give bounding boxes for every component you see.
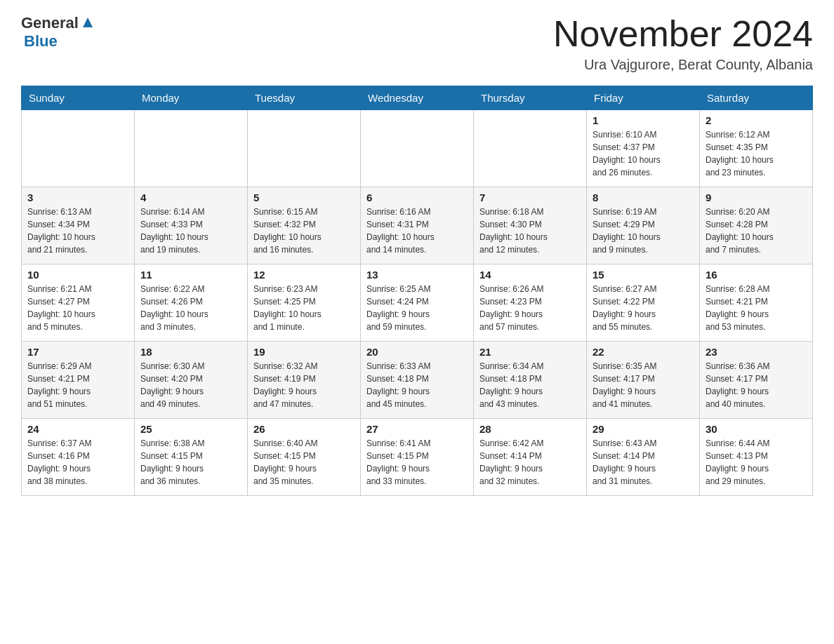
calendar-cell: 15Sunrise: 6:27 AMSunset: 4:22 PMDayligh… [587,264,700,342]
day-number: 28 [479,423,581,435]
calendar-cell: 21Sunrise: 6:34 AMSunset: 4:18 PMDayligh… [474,342,587,419]
weekday-header-friday: Friday [587,86,700,110]
calendar-cell [135,110,248,187]
calendar-cell: 13Sunrise: 6:25 AMSunset: 4:24 PMDayligh… [361,264,474,342]
day-info: Sunrise: 6:35 AMSunset: 4:17 PMDaylight:… [593,360,694,410]
location-title: Ura Vajgurore, Berat County, Albania [553,57,813,73]
calendar-cell: 6Sunrise: 6:16 AMSunset: 4:31 PMDaylight… [361,187,474,264]
day-info: Sunrise: 6:38 AMSunset: 4:15 PMDaylight:… [140,437,241,488]
calendar-table: SundayMondayTuesdayWednesdayThursdayFrid… [21,86,813,496]
day-info: Sunrise: 6:21 AMSunset: 4:27 PMDaylight:… [27,283,128,333]
day-info: Sunrise: 6:37 AMSunset: 4:16 PMDaylight:… [27,437,128,488]
weekday-header-saturday: Saturday [700,86,813,110]
calendar-cell: 22Sunrise: 6:35 AMSunset: 4:17 PMDayligh… [587,342,700,419]
day-number: 13 [366,269,468,281]
calendar-cell: 23Sunrise: 6:36 AMSunset: 4:17 PMDayligh… [700,342,813,419]
day-number: 15 [593,269,694,281]
day-number: 27 [366,423,468,435]
day-number: 8 [593,192,694,203]
calendar-cell: 24Sunrise: 6:37 AMSunset: 4:16 PMDayligh… [22,419,135,496]
calendar-cell: 4Sunrise: 6:14 AMSunset: 4:33 PMDaylight… [135,187,248,264]
calendar-cell: 10Sunrise: 6:21 AMSunset: 4:27 PMDayligh… [22,264,135,342]
day-info: Sunrise: 6:22 AMSunset: 4:26 PMDaylight:… [140,283,241,333]
day-info: Sunrise: 6:42 AMSunset: 4:14 PMDaylight:… [479,437,581,488]
day-info: Sunrise: 6:44 AMSunset: 4:13 PMDaylight:… [706,437,807,488]
calendar-cell: 7Sunrise: 6:18 AMSunset: 4:30 PMDaylight… [474,187,587,264]
calendar-cell: 1Sunrise: 6:10 AMSunset: 4:37 PMDaylight… [587,110,700,187]
day-number: 4 [140,192,241,203]
weekday-header-thursday: Thursday [474,86,587,110]
day-info: Sunrise: 6:19 AMSunset: 4:29 PMDaylight:… [593,206,694,256]
logo-triangle-icon [80,15,95,30]
calendar-cell: 12Sunrise: 6:23 AMSunset: 4:25 PMDayligh… [248,264,361,342]
day-number: 11 [140,269,241,281]
calendar-cell [248,110,361,187]
calendar-week-row: 3Sunrise: 6:13 AMSunset: 4:34 PMDaylight… [22,187,813,264]
day-number: 7 [479,192,581,203]
weekday-header-row: SundayMondayTuesdayWednesdayThursdayFrid… [22,86,813,110]
day-info: Sunrise: 6:32 AMSunset: 4:19 PMDaylight:… [253,360,355,410]
calendar-week-row: 24Sunrise: 6:37 AMSunset: 4:16 PMDayligh… [22,419,813,496]
weekday-header-wednesday: Wednesday [361,86,474,110]
day-info: Sunrise: 6:43 AMSunset: 4:14 PMDaylight:… [593,437,694,488]
day-info: Sunrise: 6:36 AMSunset: 4:17 PMDaylight:… [706,360,807,410]
day-number: 23 [706,346,807,358]
logo-blue-text: Blue [24,32,58,50]
day-number: 26 [253,423,355,435]
calendar-cell: 16Sunrise: 6:28 AMSunset: 4:21 PMDayligh… [700,264,813,342]
day-info: Sunrise: 6:16 AMSunset: 4:31 PMDaylight:… [366,206,468,256]
day-number: 20 [366,346,468,358]
calendar-week-row: 10Sunrise: 6:21 AMSunset: 4:27 PMDayligh… [22,264,813,342]
calendar-cell: 30Sunrise: 6:44 AMSunset: 4:13 PMDayligh… [700,419,813,496]
day-info: Sunrise: 6:27 AMSunset: 4:22 PMDaylight:… [593,283,694,333]
day-number: 12 [253,269,355,281]
day-info: Sunrise: 6:14 AMSunset: 4:33 PMDaylight:… [140,206,241,256]
day-number: 25 [140,423,241,435]
calendar-cell: 5Sunrise: 6:15 AMSunset: 4:32 PMDaylight… [248,187,361,264]
day-info: Sunrise: 6:25 AMSunset: 4:24 PMDaylight:… [366,283,468,333]
day-info: Sunrise: 6:15 AMSunset: 4:32 PMDaylight:… [253,206,355,256]
weekday-header-tuesday: Tuesday [248,86,361,110]
month-title: November 2024 [553,14,813,54]
calendar-cell: 2Sunrise: 6:12 AMSunset: 4:35 PMDaylight… [700,110,813,187]
day-number: 6 [366,192,468,203]
svg-marker-0 [83,18,93,27]
day-info: Sunrise: 6:13 AMSunset: 4:34 PMDaylight:… [27,206,128,256]
calendar-cell: 29Sunrise: 6:43 AMSunset: 4:14 PMDayligh… [587,419,700,496]
day-info: Sunrise: 6:40 AMSunset: 4:15 PMDaylight:… [253,437,355,488]
day-info: Sunrise: 6:34 AMSunset: 4:18 PMDaylight:… [479,360,581,410]
day-info: Sunrise: 6:30 AMSunset: 4:20 PMDaylight:… [140,360,241,410]
day-info: Sunrise: 6:28 AMSunset: 4:21 PMDaylight:… [706,283,807,333]
day-info: Sunrise: 6:33 AMSunset: 4:18 PMDaylight:… [366,360,468,410]
calendar-cell: 19Sunrise: 6:32 AMSunset: 4:19 PMDayligh… [248,342,361,419]
calendar-cell [22,110,135,187]
day-number: 29 [593,423,694,435]
day-info: Sunrise: 6:23 AMSunset: 4:25 PMDaylight:… [253,283,355,333]
day-info: Sunrise: 6:18 AMSunset: 4:30 PMDaylight:… [479,206,581,256]
calendar-cell: 26Sunrise: 6:40 AMSunset: 4:15 PMDayligh… [248,419,361,496]
calendar-cell: 28Sunrise: 6:42 AMSunset: 4:14 PMDayligh… [474,419,587,496]
day-number: 17 [27,346,128,358]
day-info: Sunrise: 6:10 AMSunset: 4:37 PMDaylight:… [593,128,694,179]
calendar-cell: 17Sunrise: 6:29 AMSunset: 4:21 PMDayligh… [22,342,135,419]
logo: General Blue [21,14,95,51]
day-number: 30 [706,423,807,435]
day-number: 2 [706,114,807,126]
calendar-cell: 11Sunrise: 6:22 AMSunset: 4:26 PMDayligh… [135,264,248,342]
day-number: 19 [253,346,355,358]
calendar-cell: 27Sunrise: 6:41 AMSunset: 4:15 PMDayligh… [361,419,474,496]
calendar-cell: 25Sunrise: 6:38 AMSunset: 4:15 PMDayligh… [135,419,248,496]
calendar-cell: 18Sunrise: 6:30 AMSunset: 4:20 PMDayligh… [135,342,248,419]
calendar-week-row: 17Sunrise: 6:29 AMSunset: 4:21 PMDayligh… [22,342,813,419]
day-info: Sunrise: 6:20 AMSunset: 4:28 PMDaylight:… [706,206,807,256]
day-number: 10 [27,269,128,281]
day-number: 1 [593,114,694,126]
logo-general-text: General [21,14,79,32]
day-number: 24 [27,423,128,435]
day-info: Sunrise: 6:29 AMSunset: 4:21 PMDaylight:… [27,360,128,410]
day-number: 14 [479,269,581,281]
header: General Blue November 2024 Ura Vajgurore… [21,14,813,73]
day-number: 18 [140,346,241,358]
title-area: November 2024 Ura Vajgurore, Berat Count… [553,14,813,73]
calendar-cell: 3Sunrise: 6:13 AMSunset: 4:34 PMDaylight… [22,187,135,264]
